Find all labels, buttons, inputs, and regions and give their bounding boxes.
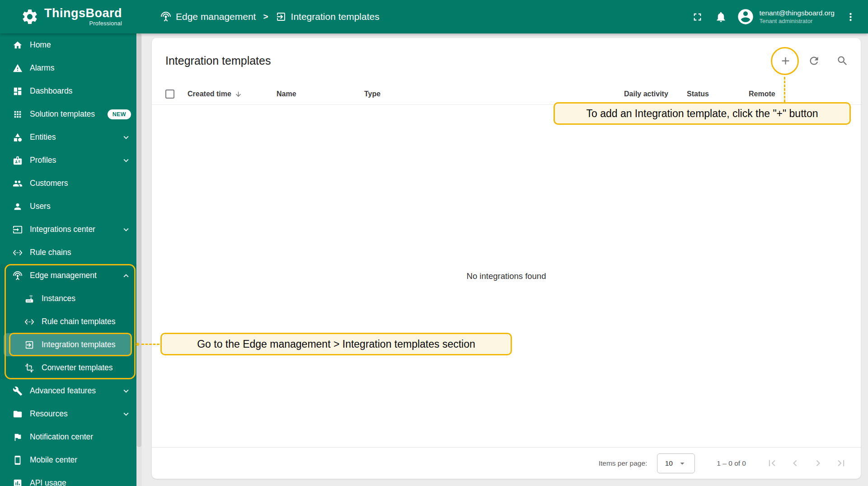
tour-dashed-connector-vertical (784, 77, 785, 102)
sidebar-item-label: Rule chains (30, 248, 131, 257)
tour-highlight-plus-circle (771, 47, 799, 75)
next-page-button[interactable] (812, 457, 824, 469)
antenna-icon (160, 11, 171, 22)
items-per-page-label: Items per page: (599, 459, 647, 467)
sidebar-item-notification-center[interactable]: Notification center (0, 425, 136, 448)
select-all-checkbox[interactable] (165, 90, 174, 99)
user-menu[interactable]: tenant@thingsboard.org Tenant administra… (737, 8, 835, 26)
sidebar-item-profiles[interactable]: Profiles (0, 149, 136, 172)
column-header-status[interactable]: Status (687, 83, 709, 105)
sidebar-scrollbar[interactable] (136, 33, 142, 486)
sidebar-item-label: API usage (30, 478, 131, 486)
sidebar-item-users[interactable]: Users (0, 195, 136, 218)
chevron-down-icon (121, 225, 131, 235)
sidebar-item-label: Users (30, 202, 131, 211)
top-header: ThingsBoard Professional Edge management… (0, 0, 868, 33)
breadcrumb-integration-templates[interactable]: Integration templates (276, 11, 380, 22)
bar-chart-icon (13, 478, 23, 486)
bell-icon (715, 11, 727, 23)
tour-callout-add-template: To add an Integration template, click th… (554, 102, 851, 125)
sidebar-item-label: Resources (30, 409, 121, 419)
app-root: ThingsBoard Professional Edge management… (0, 0, 868, 486)
thingsboard-gear-icon (21, 8, 39, 26)
people-icon (13, 179, 23, 189)
person-icon (13, 202, 23, 212)
breadcrumb-label: Edge management (176, 11, 256, 22)
previous-page-button[interactable] (789, 457, 801, 469)
brand-text: ThingsBoard Professional (44, 7, 122, 27)
tour-highlight-edge-management-group (5, 264, 136, 379)
apps-grid-icon (13, 109, 23, 119)
tour-dashed-connector-horizontal (141, 344, 160, 345)
folder-icon (13, 409, 23, 419)
sidebar-item-label: Entities (30, 132, 121, 142)
user-email: tenant@thingsboard.org (759, 9, 835, 17)
wrench-icon (13, 386, 23, 396)
more-menu-button[interactable] (840, 6, 861, 27)
breadcrumb: Edge management > Integration templates (160, 11, 380, 22)
sidebar-item-label: Notification center (30, 432, 131, 442)
badge-icon (13, 156, 23, 165)
header-actions: tenant@thingsboard.org Tenant administra… (687, 6, 868, 27)
sidebar-item-resources[interactable]: Resources (0, 402, 136, 425)
first-page-button[interactable] (766, 457, 778, 469)
warning-icon (13, 63, 23, 73)
new-badge: NEW (108, 109, 131, 119)
refresh-button[interactable] (808, 55, 820, 67)
column-header-daily-activity[interactable]: Daily activity (624, 83, 668, 105)
refresh-icon (808, 55, 820, 67)
category-icon (13, 132, 23, 142)
chevron-left-icon (789, 457, 801, 469)
sidebar-item-label: Home (30, 40, 131, 50)
home-icon (13, 40, 23, 50)
sidebar-item-label: Solution templates (30, 109, 108, 119)
sidebar-item-alarms[interactable]: Alarms (0, 57, 136, 80)
flag-icon (13, 432, 23, 442)
tour-connector-dot (136, 343, 139, 346)
sidebar-item-api-usage[interactable]: API usage (0, 472, 136, 486)
sidebar-item-rule-chains[interactable]: Rule chains (0, 241, 136, 264)
sidebar-item-home[interactable]: Home (0, 33, 136, 57)
chevron-right-icon (812, 457, 824, 469)
column-header-name[interactable]: Name (277, 83, 296, 105)
sidebar-item-label: Advanced features (30, 386, 121, 396)
sidebar-item-mobile-center[interactable]: Mobile center (0, 448, 136, 472)
notifications-button[interactable] (710, 6, 731, 27)
sidebar-item-advanced-features[interactable]: Advanced features (0, 379, 136, 402)
paginator-nav (766, 457, 847, 469)
breadcrumb-separator: > (263, 12, 268, 22)
items-per-page-value: 10 (665, 459, 673, 467)
sidebar-item-solution-templates[interactable]: Solution templates NEW (0, 103, 136, 126)
page-title: Integration templates (165, 54, 271, 67)
table-header-row: Created time Name Type Daily activity St… (152, 83, 861, 105)
search-button[interactable] (836, 55, 849, 67)
empty-state-text: No integrations found (152, 271, 861, 281)
fullscreen-button[interactable] (687, 6, 708, 27)
brand-name: ThingsBoard (44, 7, 122, 19)
sidebar-item-label: Dashboards (30, 86, 131, 96)
scrollbar-thumb[interactable] (137, 33, 141, 447)
sidebar-item-customers[interactable]: Customers (0, 172, 136, 195)
sidebar-item-label: Integrations center (30, 225, 121, 234)
search-icon (836, 55, 849, 67)
paginator: Items per page: 10 1 – 0 of 0 (152, 447, 861, 479)
more-vert-icon (845, 11, 857, 23)
page-range-label: 1 – 0 of 0 (717, 459, 746, 467)
sidebar-item-label: Mobile center (30, 455, 131, 465)
sidebar-item-integrations-center[interactable]: Integrations center (0, 218, 136, 241)
last-page-button[interactable] (835, 457, 847, 469)
chevron-down-icon (121, 132, 131, 142)
ethernet-icon (13, 248, 23, 258)
sidebar-item-entities[interactable]: Entities (0, 126, 136, 149)
items-per-page-select[interactable]: 10 (657, 453, 695, 473)
sidebar-item-dashboards[interactable]: Dashboards (0, 80, 136, 103)
column-header-remote[interactable]: Remote (749, 83, 775, 105)
column-header-created-time[interactable]: Created time (188, 83, 242, 105)
thingsboard-logo[interactable]: ThingsBoard Professional (0, 7, 142, 27)
column-header-type[interactable]: Type (364, 83, 380, 105)
first-page-icon (766, 457, 778, 469)
input-icon (13, 225, 23, 235)
brand-subtitle: Professional (44, 20, 122, 27)
breadcrumb-edge-management[interactable]: Edge management (160, 11, 256, 22)
login-arrow-icon (276, 11, 286, 22)
